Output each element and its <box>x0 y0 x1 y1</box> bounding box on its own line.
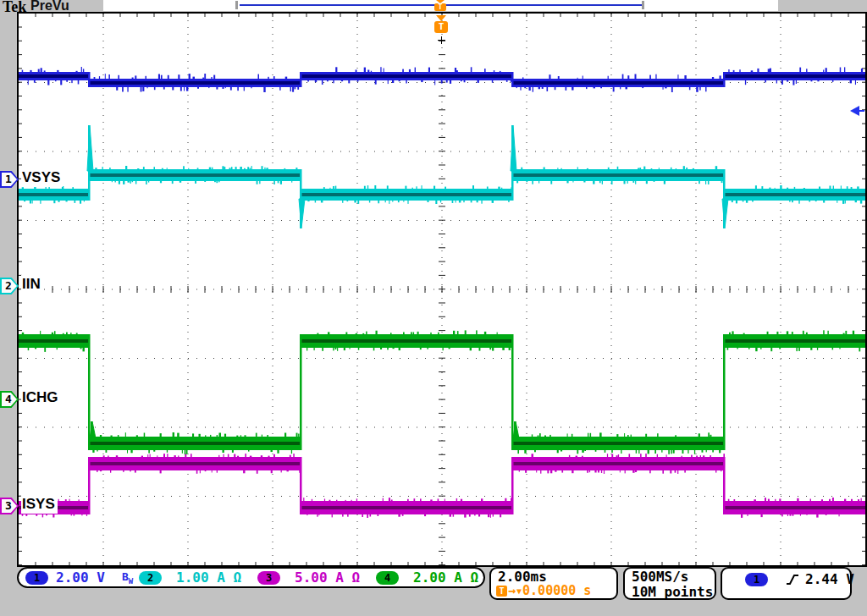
record-window-bracket-right <box>642 1 644 9</box>
trigger-position-marker-icon[interactable]: T <box>433 15 450 33</box>
acquisition-box[interactable]: 500MS/s 10M points <box>623 567 716 600</box>
channel-2-ground-marker[interactable]: 2 <box>0 278 19 294</box>
channel-1-badge: 1 <box>25 571 48 585</box>
trigger-readout-box[interactable]: 1 2.44 V <box>721 567 852 600</box>
trigger-t-icon: T <box>434 21 448 33</box>
trigger-level-readout: 2.44 V <box>805 571 854 587</box>
record-trigger-t-icon: T <box>434 3 446 11</box>
trigger-level-arrow-icon[interactable] <box>849 104 864 118</box>
trigger-cross-icon <box>441 36 442 44</box>
channel-3-scale: 5.00 A Ω <box>295 569 360 586</box>
graticule: VSYS IIN ICHG ISYS T <box>17 12 867 567</box>
channel-4-badge: 4 <box>376 571 399 585</box>
channel-4-ground-marker[interactable]: 4 <box>0 391 19 408</box>
record-length-readout: 10M points <box>632 585 715 599</box>
horizontal-position-readout: T→▼0.00000 s <box>496 585 591 597</box>
channel-2-badge: 2 <box>139 571 162 585</box>
channel-label-vsys: VSYS <box>21 168 63 187</box>
trigger-source-badge: 1 <box>745 573 768 586</box>
channel-1-ground-marker[interactable]: 1 <box>0 171 19 188</box>
trigger-t-mini-icon: T <box>496 586 507 597</box>
channel-label-iin: IIN <box>21 275 43 294</box>
channel-4-scale: 2.00 A Ω <box>413 569 478 586</box>
edge-slope-icon <box>785 573 800 586</box>
channel-readouts-bar[interactable]: 1 2.00 V BW 2 1.00 A Ω 3 5.00 A Ω 4 2.00… <box>17 567 485 588</box>
position-marker-icon: ▼ <box>516 585 522 597</box>
bw-limit-icon: BW <box>122 569 133 589</box>
channel-3-ground-marker[interactable]: 3 <box>0 498 19 514</box>
timebase-readout: 2.00ms <box>498 569 616 584</box>
channel-label-isys: ISYS <box>21 495 58 514</box>
oscilloscope-screen: Tek PreVu T VSYS IIN ICHG ISYS T 1 2 <box>0 0 867 616</box>
waveforms <box>19 14 865 565</box>
trigger-arrow-icon <box>436 15 446 21</box>
sample-rate-readout: 500MS/s <box>632 569 715 584</box>
channel-3-badge: 3 <box>257 571 280 585</box>
record-trigger-position-icon[interactable]: T <box>434 0 447 11</box>
channel-2-scale: 1.00 A Ω <box>176 569 241 586</box>
channel-1-scale: 2.00 V <box>56 569 105 586</box>
channel-label-ichg: ICHG <box>21 388 61 407</box>
record-view-bar: T <box>103 0 778 11</box>
record-window-bracket-left <box>235 1 238 9</box>
horizontal-scale-box[interactable]: 2.00ms T→▼0.00000 s <box>489 567 618 600</box>
arrow-right-icon: → <box>508 585 516 597</box>
